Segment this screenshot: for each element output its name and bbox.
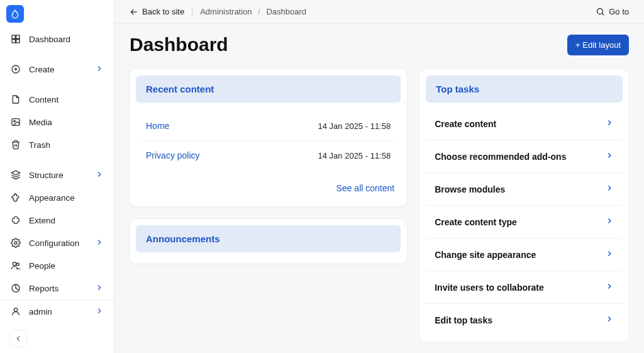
- page-title: Dashboard: [130, 34, 228, 55]
- svg-rect-3: [16, 40, 19, 43]
- sidebar-item-label: Structure: [29, 171, 64, 180]
- sidebar-item-label: Create: [29, 65, 55, 74]
- plus-circle-icon: [10, 64, 21, 75]
- search-icon: [596, 7, 605, 16]
- chevron-right-icon: [605, 315, 614, 325]
- recent-item-title[interactable]: Privacy policy: [146, 150, 200, 160]
- divider: [192, 8, 192, 16]
- task-choose-addons[interactable]: Choose recommended add-ons: [426, 140, 623, 173]
- dashboard-icon: [10, 33, 21, 45]
- sidebar-item-trash[interactable]: Trash: [0, 133, 114, 156]
- sidebar-item-label: People: [29, 261, 55, 271]
- task-label: Choose recommended add-ons: [435, 152, 566, 162]
- sidebar-item-create[interactable]: Create: [0, 58, 114, 81]
- page-header: Dashboard + Edit layout: [114, 24, 644, 69]
- svg-point-8: [14, 120, 16, 122]
- svg-rect-0: [12, 35, 15, 38]
- trash-icon: [10, 139, 21, 150]
- sidebar-item-label: Extend: [29, 216, 55, 225]
- sidebar-item-label: admin: [29, 307, 52, 317]
- paintbrush-icon: [10, 192, 21, 203]
- back-to-site-link[interactable]: Back to site: [130, 7, 184, 16]
- svg-rect-1: [16, 35, 19, 38]
- people-icon: [10, 260, 21, 271]
- crumb-separator: /: [258, 7, 260, 16]
- card-header-announcements: Announcements: [136, 225, 401, 252]
- chevron-right-icon: [605, 216, 614, 227]
- chevron-right-icon: [95, 170, 104, 181]
- svg-point-10: [14, 242, 17, 244]
- collapse-sidebar-button[interactable]: [9, 329, 28, 348]
- sidebar-item-user[interactable]: admin: [0, 300, 114, 323]
- arrow-left-icon: [130, 8, 138, 16]
- sidebar-item-content[interactable]: Content: [0, 88, 114, 111]
- chevron-right-icon: [95, 238, 104, 249]
- sidebar-item-label: Media: [29, 118, 52, 127]
- svg-rect-2: [12, 40, 15, 43]
- sidebar-item-structure[interactable]: Structure: [0, 164, 114, 186]
- see-all-content-link[interactable]: See all content: [336, 183, 395, 193]
- goto-button[interactable]: Go to: [596, 7, 629, 16]
- chevron-right-icon: [95, 64, 104, 75]
- top-tasks-card: Top tasks Create content Choose recommen…: [419, 69, 629, 342]
- sidebar-item-dashboard[interactable]: Dashboard: [0, 28, 114, 50]
- card-header-recent: Recent content: [136, 76, 401, 103]
- back-label: Back to site: [142, 7, 184, 16]
- layers-icon: [10, 169, 21, 181]
- sidebar-item-label: Appearance: [29, 193, 75, 203]
- sidebar-item-appearance[interactable]: Appearance: [0, 186, 114, 209]
- chevron-right-icon: [605, 151, 614, 162]
- task-label: Change site appearance: [435, 250, 536, 260]
- recent-content-card: Recent content Home 14 Jan 2025 - 11:58 …: [130, 69, 407, 206]
- sidebar-item-extend[interactable]: Extend: [0, 209, 114, 232]
- recent-content-list: Home 14 Jan 2025 - 11:58 Privacy policy …: [136, 108, 401, 170]
- chart-icon: [10, 283, 21, 294]
- task-label: Invite users to collaborate: [435, 283, 544, 293]
- sidebar-item-label: Configuration: [29, 238, 79, 248]
- chevron-right-icon: [95, 306, 104, 317]
- image-icon: [10, 116, 21, 128]
- gear-icon: [10, 237, 21, 249]
- sidebar: Dashboard Create Content Media Trash: [0, 0, 114, 353]
- recent-item-date: 14 Jan 2025 - 11:58: [318, 121, 391, 131]
- recent-content-row: Privacy policy 14 Jan 2025 - 11:58: [141, 141, 396, 170]
- sidebar-item-media[interactable]: Media: [0, 111, 114, 133]
- chevron-right-icon: [605, 249, 614, 260]
- edit-layout-button[interactable]: + Edit layout: [567, 35, 629, 55]
- task-edit-top-tasks[interactable]: Edit top tasks: [426, 304, 623, 336]
- task-create-content-type[interactable]: Create content type: [426, 206, 623, 238]
- sidebar-item-people[interactable]: People: [0, 254, 114, 277]
- brand-logo[interactable]: [6, 5, 24, 23]
- goto-label: Go to: [609, 7, 629, 16]
- sidebar-item-label: Trash: [29, 140, 50, 150]
- svg-point-14: [14, 308, 17, 311]
- document-icon: [10, 94, 21, 105]
- crumb-administration[interactable]: Administration: [200, 7, 252, 16]
- svg-point-16: [597, 9, 603, 14]
- user-icon: [10, 306, 21, 317]
- task-invite-users[interactable]: Invite users to collaborate: [426, 271, 623, 304]
- chevron-right-icon: [605, 118, 614, 129]
- task-label: Browse modules: [435, 184, 505, 194]
- task-create-content[interactable]: Create content: [426, 108, 623, 140]
- puzzle-icon: [10, 215, 21, 226]
- see-all-wrapper: See all content: [136, 170, 401, 200]
- sidebar-item-reports[interactable]: Reports: [0, 277, 114, 300]
- task-label: Edit top tasks: [435, 315, 492, 325]
- task-change-appearance[interactable]: Change site appearance: [426, 238, 623, 271]
- announcements-card: Announcements: [130, 219, 407, 264]
- svg-point-12: [16, 263, 19, 266]
- svg-marker-9: [11, 171, 19, 175]
- card-header-tasks: Top tasks: [426, 76, 623, 103]
- recent-item-title[interactable]: Home: [146, 121, 169, 131]
- task-browse-modules[interactable]: Browse modules: [426, 173, 623, 206]
- chevron-right-icon: [605, 184, 614, 194]
- sidebar-item-label: Reports: [29, 284, 58, 293]
- sidebar-item-configuration[interactable]: Configuration: [0, 232, 114, 254]
- chevron-right-icon: [605, 282, 614, 293]
- task-label: Create content: [435, 119, 496, 129]
- svg-line-17: [602, 13, 604, 15]
- crumb-dashboard[interactable]: Dashboard: [266, 7, 306, 16]
- logo-area: [0, 0, 114, 28]
- task-list: Create content Choose recommended add-on…: [426, 108, 623, 336]
